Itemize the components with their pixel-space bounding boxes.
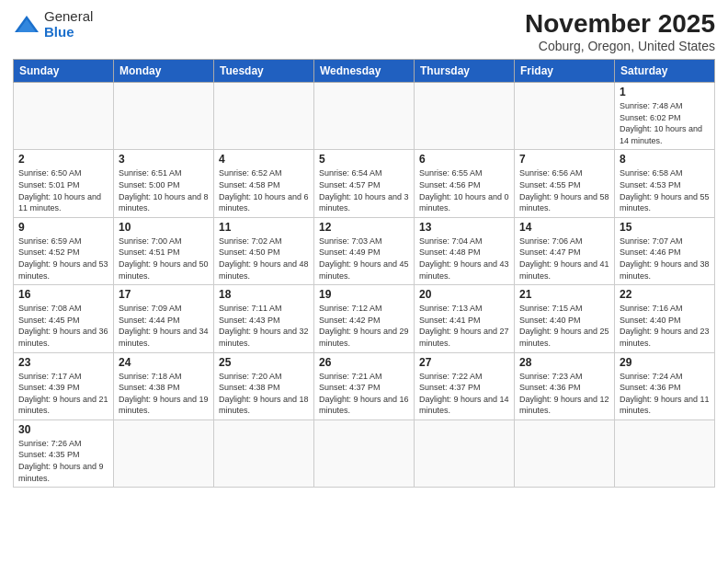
calendar-header: Sunday Monday Tuesday Wednesday Thursday… [14, 60, 715, 83]
page: General Blue November 2025 Coburg, Orego… [0, 0, 728, 563]
day-number: 9 [18, 221, 108, 234]
day-info: Sunrise: 6:58 AM Sunset: 4:53 PM Dayligh… [620, 167, 710, 213]
calendar-title: November 2025 [525, 9, 715, 39]
day-info: Sunrise: 7:03 AM Sunset: 4:49 PM Dayligh… [319, 236, 409, 282]
calendar-cell: 8Sunrise: 6:58 AM Sunset: 4:53 PM Daylig… [615, 150, 715, 217]
calendar-cell: 28Sunrise: 7:23 AM Sunset: 4:36 PM Dayli… [515, 352, 615, 419]
day-info: Sunrise: 6:59 AM Sunset: 4:52 PM Dayligh… [18, 236, 108, 282]
calendar-cell: 24Sunrise: 7:18 AM Sunset: 4:38 PM Dayli… [114, 352, 214, 419]
col-sunday: Sunday [14, 60, 114, 83]
calendar-cell: 1Sunrise: 7:48 AM Sunset: 6:02 PM Daylig… [615, 83, 715, 150]
calendar-subtitle: Coburg, Oregon, United States [525, 39, 715, 53]
day-info: Sunrise: 6:51 AM Sunset: 5:00 PM Dayligh… [119, 167, 209, 213]
calendar-cell: 14Sunrise: 7:06 AM Sunset: 4:47 PM Dayli… [515, 217, 615, 284]
calendar-cell: 27Sunrise: 7:22 AM Sunset: 4:37 PM Dayli… [415, 352, 515, 419]
day-number: 10 [119, 221, 209, 234]
day-number: 5 [319, 153, 409, 166]
day-number: 28 [519, 356, 609, 369]
day-number: 4 [219, 153, 309, 166]
day-number: 7 [519, 153, 609, 166]
day-number: 18 [219, 288, 309, 301]
day-info: Sunrise: 7:20 AM Sunset: 4:38 PM Dayligh… [219, 371, 309, 417]
day-number: 24 [119, 356, 209, 369]
calendar-cell [415, 83, 515, 150]
day-info: Sunrise: 7:22 AM Sunset: 4:37 PM Dayligh… [419, 371, 509, 417]
calendar-cell [515, 419, 615, 487]
day-number: 21 [519, 288, 609, 301]
logo: General Blue [13, 9, 93, 40]
day-info: Sunrise: 7:06 AM Sunset: 4:47 PM Dayligh… [519, 236, 609, 282]
calendar-week-5: 23Sunrise: 7:17 AM Sunset: 4:39 PM Dayli… [14, 352, 715, 419]
day-number: 12 [319, 221, 409, 234]
day-info: Sunrise: 7:11 AM Sunset: 4:43 PM Dayligh… [219, 303, 309, 349]
day-number: 14 [519, 221, 609, 234]
day-number: 30 [18, 423, 108, 436]
logo-icon [13, 14, 40, 36]
day-number: 6 [419, 153, 509, 166]
day-info: Sunrise: 6:52 AM Sunset: 4:58 PM Dayligh… [219, 167, 309, 213]
day-info: Sunrise: 7:26 AM Sunset: 4:35 PM Dayligh… [18, 438, 108, 484]
calendar-cell: 3Sunrise: 6:51 AM Sunset: 5:00 PM Daylig… [114, 150, 214, 217]
day-info: Sunrise: 7:17 AM Sunset: 4:39 PM Dayligh… [18, 371, 108, 417]
day-number: 1 [620, 86, 710, 98]
day-info: Sunrise: 7:48 AM Sunset: 6:02 PM Dayligh… [620, 100, 710, 146]
day-number: 16 [18, 288, 108, 301]
day-number: 27 [419, 356, 509, 369]
calendar-cell: 16Sunrise: 7:08 AM Sunset: 4:45 PM Dayli… [14, 285, 114, 352]
day-number: 2 [18, 153, 108, 166]
day-info: Sunrise: 6:50 AM Sunset: 5:01 PM Dayligh… [18, 167, 108, 213]
day-number: 8 [620, 153, 710, 166]
calendar-cell: 10Sunrise: 7:00 AM Sunset: 4:51 PM Dayli… [114, 217, 214, 284]
day-number: 15 [620, 221, 710, 234]
calendar-cell: 6Sunrise: 6:55 AM Sunset: 4:56 PM Daylig… [415, 150, 515, 217]
day-info: Sunrise: 7:08 AM Sunset: 4:45 PM Dayligh… [18, 303, 108, 349]
calendar-cell: 21Sunrise: 7:15 AM Sunset: 4:40 PM Dayli… [515, 285, 615, 352]
calendar-cell: 11Sunrise: 7:02 AM Sunset: 4:50 PM Dayli… [214, 217, 314, 284]
day-number: 25 [219, 356, 309, 369]
day-info: Sunrise: 7:02 AM Sunset: 4:50 PM Dayligh… [219, 236, 309, 282]
day-number: 11 [219, 221, 309, 234]
day-number: 19 [319, 288, 409, 301]
day-info: Sunrise: 7:16 AM Sunset: 4:40 PM Dayligh… [620, 303, 710, 349]
calendar-cell [314, 419, 415, 487]
day-info: Sunrise: 7:23 AM Sunset: 4:36 PM Dayligh… [519, 371, 609, 417]
calendar-cell: 5Sunrise: 6:54 AM Sunset: 4:57 PM Daylig… [314, 150, 415, 217]
calendar-cell [415, 419, 515, 487]
col-thursday: Thursday [415, 60, 515, 83]
calendar-cell [515, 83, 615, 150]
calendar-cell: 7Sunrise: 6:56 AM Sunset: 4:55 PM Daylig… [515, 150, 615, 217]
day-number: 26 [319, 356, 409, 369]
calendar-cell [114, 419, 214, 487]
day-info: Sunrise: 6:55 AM Sunset: 4:56 PM Dayligh… [419, 167, 509, 213]
day-info: Sunrise: 7:09 AM Sunset: 4:44 PM Dayligh… [119, 303, 209, 349]
calendar-cell [615, 419, 715, 487]
calendar-week-2: 2Sunrise: 6:50 AM Sunset: 5:01 PM Daylig… [14, 150, 715, 217]
calendar-cell: 2Sunrise: 6:50 AM Sunset: 5:01 PM Daylig… [14, 150, 114, 217]
calendar-cell: 30Sunrise: 7:26 AM Sunset: 4:35 PM Dayli… [14, 419, 114, 487]
col-tuesday: Tuesday [214, 60, 314, 83]
calendar-cell: 9Sunrise: 6:59 AM Sunset: 4:52 PM Daylig… [14, 217, 114, 284]
calendar-cell: 22Sunrise: 7:16 AM Sunset: 4:40 PM Dayli… [615, 285, 715, 352]
logo-text: General Blue [44, 9, 93, 40]
calendar-cell: 13Sunrise: 7:04 AM Sunset: 4:48 PM Dayli… [415, 217, 515, 284]
day-info: Sunrise: 7:18 AM Sunset: 4:38 PM Dayligh… [119, 371, 209, 417]
calendar-cell: 4Sunrise: 6:52 AM Sunset: 4:58 PM Daylig… [214, 150, 314, 217]
col-saturday: Saturday [615, 60, 715, 83]
calendar-cell: 29Sunrise: 7:24 AM Sunset: 4:36 PM Dayli… [615, 352, 715, 419]
col-monday: Monday [114, 60, 214, 83]
calendar-cell [14, 83, 114, 150]
day-number: 22 [620, 288, 710, 301]
calendar-cell [314, 83, 415, 150]
day-info: Sunrise: 7:04 AM Sunset: 4:48 PM Dayligh… [419, 236, 509, 282]
calendar-week-1: 1Sunrise: 7:48 AM Sunset: 6:02 PM Daylig… [14, 83, 715, 150]
calendar-cell: 15Sunrise: 7:07 AM Sunset: 4:46 PM Dayli… [615, 217, 715, 284]
title-block: November 2025 Coburg, Oregon, United Sta… [525, 9, 715, 53]
day-number: 17 [119, 288, 209, 301]
header: General Blue November 2025 Coburg, Orego… [13, 9, 715, 53]
day-info: Sunrise: 6:56 AM Sunset: 4:55 PM Dayligh… [519, 167, 609, 213]
header-row: Sunday Monday Tuesday Wednesday Thursday… [14, 60, 715, 83]
day-info: Sunrise: 6:54 AM Sunset: 4:57 PM Dayligh… [319, 167, 409, 213]
day-number: 29 [620, 356, 710, 369]
calendar-cell: 12Sunrise: 7:03 AM Sunset: 4:49 PM Dayli… [314, 217, 415, 284]
calendar-cell: 20Sunrise: 7:13 AM Sunset: 4:41 PM Dayli… [415, 285, 515, 352]
